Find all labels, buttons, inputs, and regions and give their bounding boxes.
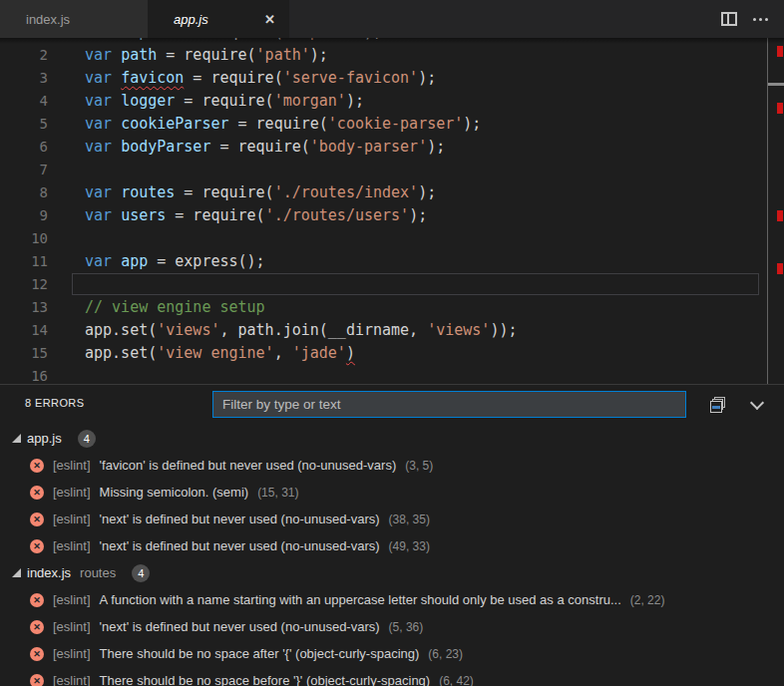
problem-message: A function with a name starting with an … [100,592,621,607]
line-number: 14 [0,319,48,342]
code-line[interactable]: 14app.set('views', path.join(__dirname, … [0,319,768,342]
error-icon [30,513,44,526]
problem-row[interactable]: [eslint]Missing semicolon. (semi)(15, 31… [0,479,784,506]
tab-label: index.js [26,12,70,27]
problem-message: Missing semicolon. (semi) [100,485,249,500]
problem-source: [eslint] [53,619,91,634]
problem-position: (6, 42) [439,674,474,686]
line-number: 15 [0,342,48,365]
problem-message: 'next' is defined but never used (no-unu… [100,538,380,553]
problem-row[interactable]: [eslint]'favicon' is defined but never u… [0,452,784,479]
code-line[interactable]: 13// view engine setup [0,296,768,319]
error-icon [30,620,44,634]
error-overview-mark [777,103,783,114]
problem-position: (38, 35) [389,513,430,526]
line-number: 4 [0,90,48,113]
code-lines: 1var express = require('express');2var p… [0,38,768,384]
ruler-border [767,38,768,384]
problem-message: 'next' is defined but never used (no-unu… [100,512,380,526]
problem-group-row[interactable]: index.jsroutes4 [0,559,784,586]
line-number: 8 [0,181,48,204]
code-line[interactable]: 10 [0,227,768,250]
problem-count-badge: 4 [132,564,150,582]
cursor-overview-mark [768,83,784,86]
split-editor-icon[interactable] [721,12,737,26]
group-file-path: routes [80,565,116,580]
error-overview-mark [777,46,783,57]
vscode-window: index.js app.js ✕ 1var express = require… [0,0,784,686]
problem-source: [eslint] [53,538,91,553]
problem-source: [eslint] [53,485,91,500]
overview-ruler[interactable] [767,38,784,384]
code-line[interactable]: 9var users = require('./routes/users'); [0,204,768,227]
line-number: 9 [0,204,48,227]
problem-message: There should be no space after '{' (obje… [100,646,420,661]
error-icon [30,459,44,473]
problem-group-row[interactable]: app.js4 [0,425,784,452]
problem-position: (5, 36) [389,620,424,634]
group-file-name: app.js [27,431,62,446]
line-number: 16 [0,365,48,384]
close-icon[interactable]: ✕ [264,12,275,27]
problem-row[interactable]: [eslint]'next' is defined but never used… [0,506,784,532]
problem-source: [eslint] [53,592,91,607]
code-line[interactable]: 5var cookieParser = require('cookie-pars… [0,113,768,136]
twisty-expanded-icon[interactable] [12,568,21,577]
error-overview-mark [777,263,783,274]
error-icon [30,674,44,686]
problem-row[interactable]: [eslint]There should be no space before … [0,667,784,686]
problem-message: 'favicon' is defined but never used (no-… [100,458,397,473]
problem-count-badge: 4 [78,430,96,448]
error-overview-mark [777,210,783,221]
line-number: 11 [0,250,48,273]
error-count-label: 8 ERRORS [25,397,84,409]
problems-tree: app.js4[eslint]'favicon' is defined but … [0,425,784,686]
problem-message: 'next' is defined but never used (no-unu… [100,619,380,634]
problems-filter-input[interactable] [212,391,686,418]
problem-row[interactable]: [eslint]'next' is defined but never used… [0,613,784,640]
problem-message: There should be no space before '}' (obj… [100,673,431,686]
problem-row[interactable]: [eslint]A function with a name starting … [0,586,784,613]
line-number: 10 [0,227,48,250]
problem-position: (6, 23) [428,647,463,661]
collapse-all-icon[interactable] [709,396,727,414]
code-line[interactable]: 11var app = express(); [0,250,768,273]
current-line-highlight [72,273,759,295]
problem-source: [eslint] [53,646,91,661]
code-line[interactable]: 15app.set('view engine', 'jade') [0,342,768,365]
group-file-name: index.js [27,565,71,580]
tab-index-js[interactable]: index.js [0,0,148,38]
more-actions-icon[interactable] [753,18,768,21]
twisty-expanded-icon[interactable] [12,434,21,443]
code-line[interactable]: 2var path = require('path'); [0,44,768,67]
line-number: 6 [0,136,48,159]
code-line[interactable]: 3var favicon = require('serve-favicon'); [0,67,768,90]
code-line[interactable]: 6var bodyParser = require('body-parser')… [0,136,768,159]
code-editor[interactable]: 1var express = require('express');2var p… [0,38,784,384]
code-line[interactable]: 8var routes = require('./routes/index'); [0,181,768,204]
tab-app-js[interactable]: app.js ✕ [148,0,289,38]
error-icon [30,486,44,500]
problem-position: (3, 5) [405,459,433,473]
code-line[interactable]: 12 [0,273,768,296]
code-line[interactable]: 7 [0,159,768,181]
problem-position: (15, 31) [257,486,298,500]
problem-row[interactable]: [eslint]'next' is defined but never used… [0,532,784,559]
line-number: 5 [0,113,48,136]
error-icon [30,593,44,607]
problem-source: [eslint] [53,673,91,686]
code-line[interactable]: 16 [0,365,768,384]
code-line[interactable]: 4var logger = require('morgan'); [0,90,768,113]
problems-panel: 8 ERRORS app.js4[eslint]'favicon' is def… [0,384,784,686]
problem-source: [eslint] [53,512,91,526]
line-number: 12 [0,273,48,296]
line-number: 7 [0,159,48,181]
error-icon [30,647,44,661]
line-number: 13 [0,296,48,319]
error-icon [30,539,44,553]
problem-row[interactable]: [eslint]There should be no space after '… [0,640,784,667]
editor-actions [721,0,784,38]
tab-bar: index.js app.js ✕ [0,0,784,38]
problems-panel-header: 8 ERRORS [0,385,784,425]
chevron-down-icon[interactable] [750,396,764,410]
